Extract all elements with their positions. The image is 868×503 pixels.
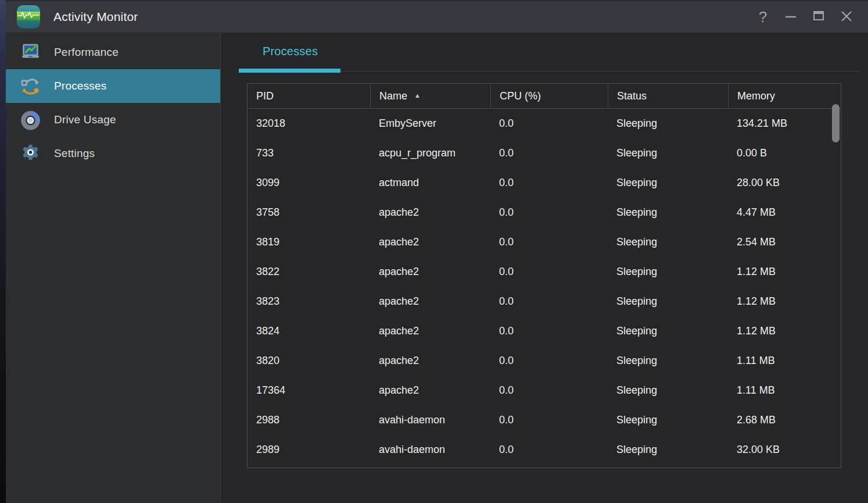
cell-pid: 733 [248, 138, 370, 168]
window-title: Activity Monitor [53, 10, 138, 24]
titlebar: Activity Monitor ? [6, 0, 868, 33]
cell-name: apache2 [370, 376, 490, 405]
cell-name: apache2 [370, 346, 490, 376]
cell-cpu: 0.0 [490, 435, 608, 465]
cell-memory: 2.54 MB [728, 227, 841, 257]
tab-processes[interactable]: Processes [239, 45, 341, 58]
cell-cpu: 0.0 [490, 109, 608, 138]
cell-memory: 28.00 KB [728, 168, 841, 198]
maximize-icon [812, 9, 826, 25]
cell-name: apache2 [370, 287, 490, 316]
cell-status: Sleeping [608, 198, 728, 227]
cell-memory: 134.21 MB [728, 109, 841, 138]
sidebar-item-processes[interactable]: Processes [6, 69, 220, 103]
maximize-button[interactable] [809, 7, 828, 27]
cell-status: Sleeping [608, 257, 728, 287]
cell-pid: 3820 [248, 346, 370, 376]
cell-name: apache2 [370, 227, 490, 257]
sort-ascending-icon: ▲ [414, 92, 421, 99]
table-row[interactable]: 2988 avahi-daemon 0.0 Sleeping 2.68 MB [248, 405, 841, 435]
cell-status: Sleeping [608, 316, 728, 346]
table-row[interactable]: 17364 apache2 0.0 Sleeping 1.11 MB [248, 376, 841, 405]
table-row[interactable]: 2989 avahi-daemon 0.0 Sleeping 32.00 KB [248, 435, 841, 465]
cell-cpu: 0.0 [490, 257, 608, 287]
cell-status: Sleeping [608, 405, 728, 435]
table-row[interactable]: 3823 apache2 0.0 Sleeping 1.12 MB [248, 287, 841, 316]
cell-name: EmbyServer [370, 109, 490, 138]
cell-cpu: 0.0 [490, 227, 608, 257]
cell-name: apache2 [370, 316, 490, 346]
cell-name: avahi-daemon [370, 435, 490, 465]
cell-status: Sleeping [608, 376, 728, 405]
table-row[interactable]: 3819 apache2 0.0 Sleeping 2.54 MB [248, 227, 841, 257]
table-row[interactable]: 3758 apache2 0.0 Sleeping 4.47 MB [248, 198, 841, 227]
cell-cpu: 0.0 [490, 346, 608, 376]
cell-pid: 3099 [248, 168, 370, 198]
table-row[interactable]: 32018 EmbyServer 0.0 Sleeping 134.21 MB [248, 109, 841, 138]
cell-name: apache2 [370, 198, 490, 227]
cell-name: acpu_r_program [370, 138, 490, 168]
cell-pid: 32018 [248, 109, 370, 138]
sidebar-item-label: Drive Usage [54, 113, 116, 126]
minimize-icon [784, 9, 798, 25]
performance-chart-icon [20, 42, 41, 63]
process-table: PID Name ▲ CPU (%) Status Memory [247, 83, 841, 468]
tab-bar-rule [340, 71, 860, 72]
close-button[interactable] [837, 7, 856, 27]
column-header-memory[interactable]: Memory [728, 84, 841, 108]
cell-name: avahi-daemon [370, 405, 490, 435]
table-scrollbar-thumb[interactable] [832, 104, 840, 142]
cell-pid: 3819 [248, 227, 370, 257]
cell-pid: 3822 [248, 257, 370, 287]
table-row[interactable]: 3099 actmand 0.0 Sleeping 28.00 KB [248, 168, 841, 198]
desktop-background-strip [0, 0, 6, 503]
cell-memory: 0.00 B [728, 138, 841, 168]
table-row[interactable]: 3824 apache2 0.0 Sleeping 1.12 MB [248, 316, 841, 346]
column-header-status[interactable]: Status [608, 84, 728, 108]
sidebar-item-label: Settings [54, 147, 95, 160]
cell-status: Sleeping [608, 435, 728, 465]
cell-cpu: 0.0 [490, 138, 608, 168]
cell-status: Sleeping [608, 287, 728, 316]
titlebar-controls: ? [753, 7, 856, 27]
cell-memory: 1.12 MB [728, 287, 841, 316]
cell-status: Sleeping [608, 227, 728, 257]
settings-gear-icon [20, 143, 41, 165]
cell-name: apache2 [370, 257, 490, 287]
cell-memory: 2.68 MB [728, 405, 841, 435]
table-row[interactable]: 3822 apache2 0.0 Sleeping 1.12 MB [248, 257, 841, 287]
cell-status: Sleeping [608, 138, 728, 168]
cell-status: Sleeping [608, 346, 728, 376]
sidebar-item-performance[interactable]: Performance [6, 35, 220, 69]
cell-status: Sleeping [608, 168, 728, 198]
column-header-name[interactable]: Name ▲ [370, 84, 490, 108]
sidebar-item-drive-usage[interactable]: Drive Usage [6, 103, 220, 137]
cell-memory: 32.00 KB [728, 435, 841, 465]
sidebar-item-label: Processes [54, 80, 107, 92]
minimize-button[interactable] [781, 7, 801, 27]
column-header-pid[interactable]: PID [248, 84, 370, 108]
sidebar: Performance Processes [6, 33, 221, 503]
column-header-cpu[interactable]: CPU (%) [490, 84, 608, 108]
table-body: 32018 EmbyServer 0.0 Sleeping 134.21 MB … [248, 109, 841, 465]
cell-cpu: 0.0 [490, 316, 608, 346]
processes-cycle-icon [20, 76, 41, 97]
table-row[interactable]: 3820 apache2 0.0 Sleeping 1.11 MB [248, 346, 841, 376]
table-row[interactable]: 733 acpu_r_program 0.0 Sleeping 0.00 B [248, 138, 841, 168]
close-icon [840, 9, 853, 25]
cell-pid: 2988 [248, 405, 370, 435]
help-button[interactable]: ? [753, 7, 773, 27]
cell-pid: 17364 [248, 376, 370, 405]
sidebar-item-settings[interactable]: Settings [6, 137, 220, 170]
cell-status: Sleeping [608, 109, 728, 138]
cell-memory: 1.12 MB [728, 316, 841, 346]
cell-cpu: 0.0 [490, 198, 608, 227]
cell-memory: 1.11 MB [728, 346, 841, 376]
table-header-row: PID Name ▲ CPU (%) Status Memory [248, 84, 841, 109]
cell-memory: 1.11 MB [728, 376, 841, 405]
cell-cpu: 0.0 [490, 376, 608, 405]
drive-usage-donut-icon [20, 109, 41, 131]
cell-name: actmand [370, 168, 490, 198]
cell-cpu: 0.0 [490, 168, 608, 198]
cell-pid: 2989 [248, 435, 370, 465]
